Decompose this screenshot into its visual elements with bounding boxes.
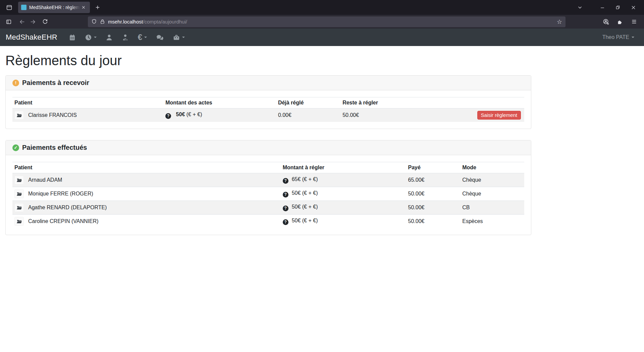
page-title: Règlements du jour	[5, 53, 644, 68]
nav-agenda[interactable]	[65, 32, 79, 43]
back-icon[interactable]	[17, 17, 28, 27]
app-navbar: MedShakeEHR	[0, 29, 644, 46]
col-paye: Payé	[406, 162, 460, 173]
forward-icon[interactable]	[28, 17, 38, 27]
bookmark-star-icon[interactable]: ☆	[557, 19, 562, 25]
table-row: Clarisse FRANCOIS ? 50€ (€ + €) 0.00€ 50…	[12, 108, 524, 122]
remaining-value: 50.00€	[340, 108, 465, 122]
patient-name[interactable]: Clarisse FRANCOIS	[28, 112, 77, 118]
help-circle-icon[interactable]: ?	[283, 219, 288, 225]
col-deja-regle: Déjà réglé	[276, 97, 340, 108]
folder-icon	[17, 113, 22, 118]
col-mode: Mode	[460, 162, 524, 173]
window-restore-icon[interactable]	[612, 2, 623, 12]
toolbox-icon	[173, 34, 180, 41]
tab-close-icon[interactable]	[80, 4, 87, 11]
pending-table: Patient Montant des actes Déjà réglé Res…	[12, 97, 524, 122]
folder-icon	[17, 206, 22, 210]
open-patient-folder-button[interactable]	[14, 111, 24, 120]
enter-payment-button[interactable]: Saisir règlement	[477, 111, 521, 120]
patient-name[interactable]: Arnaud ADAM	[28, 177, 62, 183]
done-card-title: Paiements effectués	[22, 144, 87, 151]
col-patient: Patient	[12, 162, 281, 173]
open-patient-folder-button[interactable]	[14, 176, 24, 184]
chevron-down-icon	[632, 37, 634, 39]
url-text: msehr.localhost/compta/aujourdhui/	[108, 19, 187, 25]
table-row: Arnaud ADAM ?65€ (€ + €) 65.00€ Chèque	[12, 173, 524, 187]
patient-icon	[106, 34, 113, 41]
help-circle-icon[interactable]: ?	[165, 113, 171, 119]
col-montant-a-regler: Montant à régler	[281, 162, 406, 173]
chevron-down-icon	[94, 37, 97, 39]
pending-payments-card: ! Paiements à recevoir Patient Montant d…	[5, 75, 531, 129]
help-circle-icon[interactable]: ?	[283, 206, 288, 211]
url-host: msehr.localhost	[108, 19, 143, 25]
toolbar-right	[600, 17, 641, 27]
euro-icon: €	[138, 34, 142, 41]
nav-history[interactable]	[82, 32, 100, 43]
amount-due: 50€ (€ + €)	[292, 190, 318, 196]
open-patient-folder-button[interactable]	[14, 189, 24, 198]
calendar-icon	[69, 34, 76, 41]
tab-favicon	[21, 5, 26, 10]
done-card-header: ✓ Paiements effectués	[6, 140, 531, 155]
user-menu-label: Theo PATE	[602, 34, 629, 40]
paid-value: 50.00€	[406, 215, 460, 228]
acts-amount-detail: (€ + €)	[186, 112, 202, 117]
app-brand[interactable]: MedShakeEHR	[6, 33, 57, 42]
pending-card-body: Patient Montant des actes Déjà réglé Res…	[6, 90, 531, 129]
shield-icon[interactable]	[91, 19, 97, 25]
main-content: Règlements du jour ! Paiements à recevoi…	[0, 46, 644, 235]
tab-title: MedShakeEHR : règlemen	[29, 5, 80, 10]
menu-hamburger-icon[interactable]	[629, 17, 639, 27]
amount-due: 50€ (€ + €)	[292, 204, 318, 210]
patient-name[interactable]: Monique FERRE (ROGER)	[28, 191, 93, 197]
payment-mode: Chèque	[460, 187, 524, 201]
url-bar[interactable]: msehr.localhost/compta/aujourdhui/ ☆	[88, 16, 566, 27]
paid-value: 65.00€	[406, 173, 460, 187]
nav-messages[interactable]	[153, 32, 167, 43]
account-icon[interactable]	[600, 17, 611, 27]
open-patient-folder-button[interactable]	[14, 203, 24, 212]
user-menu[interactable]: Theo PATE	[598, 32, 638, 42]
window-controls	[597, 2, 641, 12]
pending-card-title: Paiements à recevoir	[22, 79, 89, 87]
nav-patient[interactable]	[102, 32, 116, 43]
done-payments-card: ✓ Paiements effectués Patient Montant à …	[5, 140, 531, 235]
amount-due: 65€ (€ + €)	[292, 176, 318, 182]
url-path: /compta/aujourdhui/	[143, 19, 187, 25]
table-row: Agathe RENARD (DELAPORTE) ?50€ (€ + €) 5…	[12, 201, 524, 215]
lock-warning-icon[interactable]	[100, 19, 105, 25]
navbar-menu: €	[65, 32, 188, 43]
payment-mode: Espèces	[460, 215, 524, 228]
reload-icon[interactable]	[40, 17, 50, 27]
messages-icon	[156, 34, 164, 41]
nav-tools[interactable]	[169, 32, 188, 43]
help-circle-icon[interactable]: ?	[283, 192, 288, 197]
patient-name[interactable]: Agathe RENARD (DELAPORTE)	[28, 205, 107, 211]
nav-accounting[interactable]: €	[135, 32, 150, 43]
paid-value: 50.00€	[406, 201, 460, 215]
acts-amount: 50€	[176, 112, 185, 117]
col-reste-a-regler: Reste à régler	[340, 97, 465, 108]
new-tab-icon[interactable]	[92, 2, 103, 12]
done-table: Patient Montant à régler Payé Mode	[12, 162, 524, 228]
firefox-view-icon[interactable]	[3, 2, 15, 12]
paid-value: 50.00€	[406, 187, 460, 201]
extensions-puzzle-icon[interactable]	[614, 17, 625, 27]
browser-toolbar: msehr.localhost/compta/aujourdhui/ ☆	[0, 15, 644, 29]
chevron-down-icon	[144, 37, 147, 39]
window-close-icon[interactable]	[628, 2, 639, 12]
chevron-down-icon	[182, 37, 185, 39]
amount-due: 50€ (€ + €)	[292, 218, 318, 223]
table-row: Caroline CREPIN (VANNIER) ?50€ (€ + €) 5…	[12, 215, 524, 228]
help-circle-icon[interactable]: ?	[283, 178, 288, 184]
patient-name[interactable]: Caroline CREPIN (VANNIER)	[28, 218, 99, 224]
window-minimize-icon[interactable]	[597, 2, 608, 12]
sidebar-toggle-icon[interactable]	[3, 17, 14, 27]
nav-practitioner[interactable]	[118, 32, 132, 43]
folder-icon	[17, 178, 22, 182]
browser-tab[interactable]: MedShakeEHR : règlemen	[18, 2, 90, 13]
open-patient-folder-button[interactable]	[14, 217, 24, 226]
list-all-tabs-icon[interactable]	[574, 2, 586, 12]
